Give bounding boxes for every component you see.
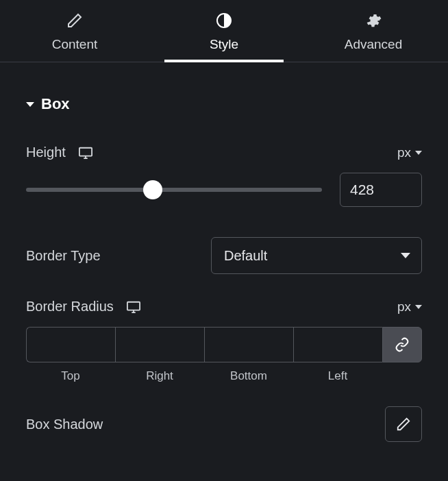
radius-bottom-cell bbox=[204, 327, 293, 362]
panel: Box Height px Border Type Default Border… bbox=[0, 62, 448, 463]
border-radius-unit: px bbox=[397, 299, 411, 314]
section-header-box[interactable]: Box bbox=[26, 95, 422, 113]
tab-advanced[interactable]: Advanced bbox=[299, 0, 448, 62]
link-icon bbox=[395, 337, 410, 352]
radius-top-cell bbox=[26, 327, 115, 362]
radius-top-input[interactable] bbox=[27, 328, 115, 362]
tab-style[interactable]: Style bbox=[149, 0, 299, 62]
border-radius-label-group: Border Radius bbox=[26, 299, 141, 314]
border-radius-row: Border Radius px bbox=[26, 299, 422, 314]
radius-label-right: Right bbox=[115, 369, 204, 383]
tab-style-label: Style bbox=[210, 37, 238, 52]
contrast-icon bbox=[216, 12, 232, 29]
box-shadow-row: Box Shadow bbox=[26, 406, 422, 442]
radius-right-cell bbox=[115, 327, 204, 362]
gear-icon bbox=[365, 12, 382, 29]
pencil-icon bbox=[66, 12, 83, 29]
box-shadow-edit-button[interactable] bbox=[385, 406, 422, 442]
border-radius-unit-select[interactable]: px bbox=[397, 299, 422, 314]
desktop-icon[interactable] bbox=[78, 146, 93, 160]
border-type-row: Border Type Default bbox=[26, 237, 422, 274]
height-slider-thumb[interactable] bbox=[143, 180, 162, 199]
height-slider-row bbox=[26, 173, 422, 207]
radius-label-left: Left bbox=[293, 369, 382, 383]
height-row: Height px bbox=[26, 145, 422, 160]
radius-right-input[interactable] bbox=[116, 328, 204, 362]
desktop-icon[interactable] bbox=[126, 300, 141, 314]
box-shadow-label: Box Shadow bbox=[26, 417, 103, 432]
border-type-label: Border Type bbox=[26, 248, 101, 264]
section-title: Box bbox=[41, 95, 70, 113]
border-type-select[interactable]: Default bbox=[211, 237, 422, 274]
svg-rect-2 bbox=[127, 301, 140, 310]
radius-bottom-input[interactable] bbox=[205, 328, 293, 362]
radius-label-bottom: Bottom bbox=[204, 369, 293, 383]
border-type-value: Default bbox=[224, 248, 267, 264]
radius-left-cell bbox=[293, 327, 382, 362]
border-radius-inputs bbox=[26, 327, 422, 362]
border-radius-label: Border Radius bbox=[26, 299, 114, 314]
link-values-button[interactable] bbox=[382, 327, 422, 362]
pencil-icon bbox=[396, 417, 411, 432]
height-label-group: Height bbox=[26, 145, 93, 160]
caret-down-icon bbox=[26, 102, 34, 107]
height-unit: px bbox=[397, 145, 411, 160]
border-radius-side-labels: Top Right Bottom Left bbox=[26, 369, 422, 383]
height-label: Height bbox=[26, 145, 66, 160]
tabs: Content Style Advanced bbox=[0, 0, 448, 62]
svg-rect-1 bbox=[79, 147, 92, 156]
chevron-down-icon bbox=[401, 253, 410, 258]
height-unit-select[interactable]: px bbox=[397, 145, 422, 160]
radius-label-top: Top bbox=[26, 369, 115, 383]
chevron-down-icon bbox=[415, 151, 422, 155]
tab-advanced-label: Advanced bbox=[345, 37, 403, 52]
chevron-down-icon bbox=[415, 305, 422, 309]
height-value-input[interactable] bbox=[340, 173, 422, 207]
tab-content-label: Content bbox=[52, 37, 98, 52]
radius-left-input[interactable] bbox=[294, 328, 382, 362]
spacer bbox=[382, 369, 422, 383]
tab-content[interactable]: Content bbox=[0, 0, 149, 62]
height-slider[interactable] bbox=[26, 188, 322, 192]
